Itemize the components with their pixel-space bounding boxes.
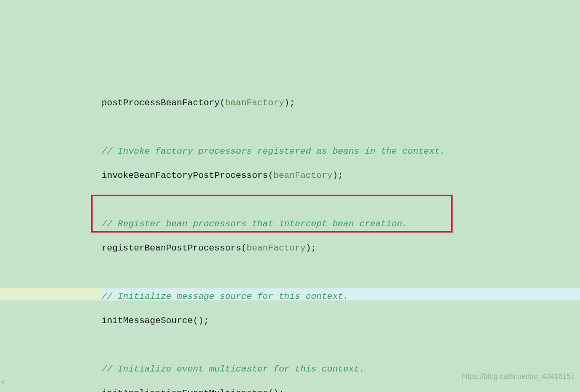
blank-line [0,266,580,278]
code-line: postProcessBeanFactory(beanFactory); [0,97,580,109]
code-token: postProcessBeanFactory( [102,98,225,108]
code-editor: postProcessBeanFactory(beanFactory); // … [0,85,580,392]
code-token: ); [333,170,343,180]
code-line: initApplicationEventMulticaster(); [0,387,580,392]
blank-line [0,194,580,206]
scroll-left-indicator: < [1,377,5,389]
param-token: beanFactory [225,98,284,108]
comment-line: // Register bean processors that interce… [0,218,580,230]
param-token: beanFactory [246,243,305,253]
code-token: ); [306,243,316,253]
code-line: initMessageSource(); [0,315,580,327]
code-token: registerBeanPostProcessors( [102,243,246,253]
blank-line [0,121,580,133]
comment-line: // Initialize message source for this co… [0,290,580,303]
blank-line [0,339,580,351]
watermark-text: https://blog.csdn.net/qq_43416157 [462,370,575,383]
code-line: invokeBeanFactoryPostProcessors(beanFact… [0,169,580,182]
param-token: beanFactory [273,170,332,180]
code-token: ); [284,98,295,108]
code-line: registerBeanPostProcessors(beanFactory); [0,242,580,254]
code-token: invokeBeanFactoryPostProcessors( [102,170,273,180]
comment-line: // Invoke factory processors registered … [0,145,580,157]
